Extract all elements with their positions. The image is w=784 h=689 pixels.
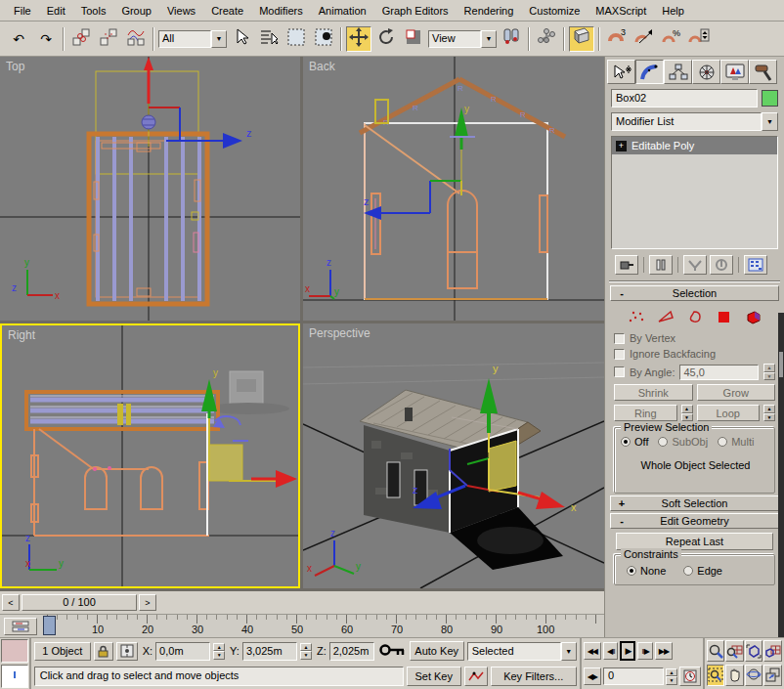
menu-edit[interactable]: Edit bbox=[39, 2, 73, 20]
tab-display[interactable] bbox=[720, 60, 749, 84]
y-coordinate-field[interactable]: 3,025m bbox=[242, 642, 297, 661]
constraint-none-option[interactable]: None bbox=[627, 565, 666, 577]
select-and-link-button[interactable] bbox=[68, 26, 94, 52]
preview-multi-option[interactable]: Multi bbox=[718, 436, 754, 448]
spinner-down-icon[interactable]: ▼ bbox=[763, 413, 775, 422]
by-angle-checkbox[interactable] bbox=[614, 366, 625, 377]
select-and-manipulate-button[interactable] bbox=[534, 26, 559, 52]
maximize-viewport-toggle-button[interactable] bbox=[763, 665, 782, 686]
stack-item-editable-poly[interactable]: + Editable Poly bbox=[612, 137, 777, 154]
tab-motion[interactable] bbox=[692, 60, 720, 84]
tab-create[interactable] bbox=[607, 60, 635, 84]
spinner-down-icon[interactable]: ▼ bbox=[213, 651, 225, 660]
expand-icon[interactable]: + bbox=[616, 141, 627, 151]
preview-subobj-option[interactable]: SubObj bbox=[658, 436, 708, 448]
set-key-button[interactable]: Set Key bbox=[407, 667, 461, 686]
angle-snap-toggle-button[interactable] bbox=[632, 26, 657, 52]
y-spinner[interactable]: ▲▼ bbox=[300, 643, 312, 660]
spinner-up-icon[interactable]: ▲ bbox=[763, 364, 775, 372]
spinner-up-icon[interactable]: ▲ bbox=[213, 643, 225, 652]
next-frame-button[interactable]: ‖▶ bbox=[637, 642, 652, 660]
border-mode-button[interactable] bbox=[683, 307, 707, 326]
panel-scrollbar[interactable] bbox=[778, 313, 784, 637]
tab-hierarchy[interactable] bbox=[664, 60, 692, 84]
viewport-top-label[interactable]: Top bbox=[6, 60, 24, 73]
viewport-back-label[interactable]: Back bbox=[309, 60, 335, 73]
remove-modifier-button[interactable] bbox=[710, 255, 733, 275]
viewport-perspective-label[interactable]: Perspective bbox=[309, 326, 370, 340]
spinner-down-icon[interactable]: ▼ bbox=[300, 651, 312, 660]
spinner-up-icon[interactable]: ▲ bbox=[681, 405, 693, 413]
grow-button[interactable]: Grow bbox=[697, 384, 776, 401]
by-angle-field[interactable]: 45,0 bbox=[679, 365, 759, 380]
time-slider[interactable]: 0 / 100 bbox=[22, 594, 137, 611]
object-name-field[interactable]: Box02 bbox=[611, 89, 758, 108]
listener-pane[interactable] bbox=[1, 665, 28, 688]
zoom-extents-button[interactable] bbox=[745, 640, 762, 662]
previous-frame-button[interactable]: ◀‖ bbox=[603, 642, 618, 660]
radio-icon[interactable] bbox=[718, 437, 727, 447]
key-filters-button[interactable]: Key Filters... bbox=[491, 667, 577, 686]
spinner-down-icon[interactable]: ▼ bbox=[763, 372, 775, 381]
time-configuration-button[interactable] bbox=[679, 667, 701, 686]
selection-lock-button[interactable] bbox=[94, 642, 113, 661]
macro-recorder-pane[interactable] bbox=[1, 639, 28, 663]
play-button[interactable]: ▶ bbox=[620, 641, 635, 661]
radio-icon[interactable] bbox=[658, 437, 668, 447]
rectangular-selection-region-button[interactable] bbox=[283, 26, 309, 52]
menu-animation[interactable]: Animation bbox=[311, 2, 374, 20]
loop-spinner[interactable]: ▲▼ bbox=[763, 405, 775, 421]
menu-customize[interactable]: Customize bbox=[521, 2, 588, 20]
constraint-edge-option[interactable]: Edge bbox=[683, 565, 722, 577]
select-and-scale-button[interactable] bbox=[401, 26, 426, 52]
zoom-extents-all-button[interactable] bbox=[763, 640, 782, 662]
by-vertex-checkbox[interactable] bbox=[614, 333, 625, 344]
radio-icon[interactable] bbox=[683, 566, 693, 576]
spinner-snap-button[interactable] bbox=[686, 26, 712, 52]
select-by-name-button[interactable] bbox=[256, 26, 282, 52]
undo-button[interactable]: ↶ bbox=[6, 26, 31, 52]
time-slider-forward-button[interactable]: > bbox=[139, 594, 156, 611]
show-end-result-button[interactable] bbox=[649, 255, 673, 275]
menu-tools[interactable]: Tools bbox=[73, 2, 114, 20]
menu-graph-editors[interactable]: Graph Editors bbox=[374, 2, 457, 20]
scrollbar-thumb[interactable] bbox=[779, 352, 783, 377]
select-and-rotate-button[interactable] bbox=[373, 26, 399, 52]
object-color-swatch[interactable] bbox=[762, 90, 778, 107]
time-slider-back-button[interactable]: < bbox=[2, 594, 20, 611]
modifier-stack[interactable]: + Editable Poly bbox=[611, 136, 778, 249]
edge-mode-button[interactable] bbox=[654, 307, 677, 326]
angle-snap-button[interactable]: 3 bbox=[604, 26, 630, 52]
select-and-move-button[interactable] bbox=[346, 26, 371, 52]
open-mini-curve-editor-button[interactable] bbox=[4, 618, 37, 635]
reference-coordinate-dropdown[interactable]: View ▼ bbox=[428, 29, 497, 49]
radio-icon[interactable] bbox=[621, 437, 631, 447]
element-mode-button[interactable] bbox=[742, 307, 765, 326]
current-frame-field[interactable]: 0 bbox=[603, 667, 664, 685]
soft-selection-header[interactable]: + Soft Selection bbox=[610, 495, 779, 511]
auto-key-button[interactable]: Auto Key bbox=[410, 641, 464, 661]
spinner-up-icon[interactable]: ▲ bbox=[763, 405, 775, 413]
redo-button[interactable]: ↷ bbox=[33, 26, 59, 52]
tab-utilities[interactable] bbox=[749, 60, 777, 84]
preview-off-option[interactable]: Off bbox=[621, 436, 648, 448]
make-unique-button[interactable] bbox=[683, 255, 707, 275]
ring-button[interactable]: Ring bbox=[614, 405, 677, 421]
snap-toggle-3d-button[interactable] bbox=[569, 26, 594, 52]
frame-spinner[interactable]: ▲▼ bbox=[666, 668, 677, 685]
window-crossing-toggle-button[interactable] bbox=[311, 26, 336, 52]
viewport-back[interactable]: Back RRR RRR bbox=[303, 57, 604, 321]
arc-rotate-button[interactable] bbox=[745, 665, 762, 686]
chevron-down-icon[interactable]: ▼ bbox=[762, 112, 778, 131]
viewport-top[interactable]: Top bbox=[0, 57, 300, 321]
unlink-selection-button[interactable] bbox=[96, 26, 121, 52]
select-object-button[interactable] bbox=[229, 26, 254, 52]
key-mode-toggle-button[interactable]: ◀▶ bbox=[584, 667, 601, 685]
zoom-all-button[interactable] bbox=[725, 640, 744, 662]
loop-button[interactable]: Loop bbox=[697, 405, 761, 421]
configure-modifier-sets-button[interactable] bbox=[744, 255, 767, 275]
new-key-default-inout-button[interactable] bbox=[464, 667, 488, 686]
bind-to-space-warp-button[interactable] bbox=[123, 26, 149, 52]
go-to-end-button[interactable]: ▶▶ bbox=[655, 642, 673, 660]
z-coordinate-field[interactable]: 2,025m bbox=[329, 642, 374, 661]
